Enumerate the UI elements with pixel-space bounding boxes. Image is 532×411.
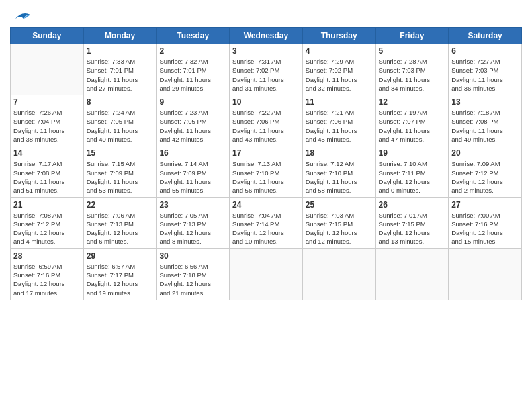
calendar-week-row: 7Sunrise: 7:26 AM Sunset: 7:04 PM Daylig… [11, 95, 522, 146]
day-number: 12 [379, 97, 446, 107]
calendar-empty-cell [302, 248, 375, 300]
day-number: 19 [379, 148, 446, 158]
calendar-empty-cell [375, 248, 449, 300]
calendar-day-21: 21Sunrise: 7:08 AM Sunset: 7:12 PM Dayli… [11, 197, 84, 248]
calendar-day-2: 2Sunrise: 7:32 AM Sunset: 7:01 PM Daylig… [157, 44, 230, 95]
day-number: 22 [87, 200, 154, 210]
day-info: Sunrise: 7:06 AM Sunset: 7:13 PM Dayligh… [87, 211, 154, 246]
calendar-day-30: 30Sunrise: 6:56 AM Sunset: 7:18 PM Dayli… [157, 248, 230, 300]
day-info: Sunrise: 7:29 AM Sunset: 7:02 PM Dayligh… [306, 57, 373, 93]
day-info: Sunrise: 7:19 AM Sunset: 7:07 PM Dayligh… [379, 108, 446, 144]
day-number: 23 [159, 200, 226, 210]
weekday-header-sunday: Sunday [11, 28, 84, 44]
weekday-header-monday: Monday [83, 28, 157, 44]
day-info: Sunrise: 7:10 AM Sunset: 7:11 PM Dayligh… [379, 159, 446, 195]
day-number: 28 [13, 251, 81, 261]
day-number: 5 [379, 46, 446, 56]
calendar-day-23: 23Sunrise: 7:05 AM Sunset: 7:13 PM Dayli… [157, 197, 230, 248]
calendar-day-20: 20Sunrise: 7:09 AM Sunset: 7:12 PM Dayli… [449, 146, 522, 197]
day-number: 10 [232, 97, 300, 107]
day-info: Sunrise: 6:59 AM Sunset: 7:16 PM Dayligh… [13, 262, 81, 298]
page-container: SundayMondayTuesdayWednesdayThursdayFrid… [0, 0, 532, 307]
calendar-empty-cell [230, 248, 303, 300]
calendar-day-4: 4Sunrise: 7:29 AM Sunset: 7:02 PM Daylig… [302, 44, 375, 95]
logo [10, 9, 32, 21]
day-number: 15 [87, 148, 154, 158]
day-number: 17 [232, 148, 300, 158]
calendar-day-19: 19Sunrise: 7:10 AM Sunset: 7:11 PM Dayli… [375, 146, 449, 197]
day-number: 14 [13, 148, 81, 158]
day-number: 24 [232, 200, 300, 210]
day-info: Sunrise: 7:18 AM Sunset: 7:08 PM Dayligh… [451, 108, 519, 144]
day-info: Sunrise: 7:13 AM Sunset: 7:10 PM Dayligh… [232, 159, 300, 195]
calendar-day-14: 14Sunrise: 7:17 AM Sunset: 7:08 PM Dayli… [11, 146, 84, 197]
calendar-day-3: 3Sunrise: 7:31 AM Sunset: 7:02 PM Daylig… [230, 44, 303, 95]
day-info: Sunrise: 6:56 AM Sunset: 7:18 PM Dayligh… [159, 262, 226, 298]
day-info: Sunrise: 7:27 AM Sunset: 7:03 PM Dayligh… [451, 57, 519, 93]
day-number: 11 [306, 97, 373, 107]
calendar-day-15: 15Sunrise: 7:15 AM Sunset: 7:09 PM Dayli… [83, 146, 157, 197]
calendar-day-10: 10Sunrise: 7:22 AM Sunset: 7:06 PM Dayli… [230, 95, 303, 146]
day-info: Sunrise: 7:09 AM Sunset: 7:12 PM Dayligh… [451, 159, 519, 195]
day-number: 13 [451, 97, 519, 107]
calendar-day-22: 22Sunrise: 7:06 AM Sunset: 7:13 PM Dayli… [83, 197, 157, 248]
day-number: 18 [306, 148, 373, 158]
calendar-day-12: 12Sunrise: 7:19 AM Sunset: 7:07 PM Dayli… [375, 95, 449, 146]
calendar-day-1: 1Sunrise: 7:33 AM Sunset: 7:01 PM Daylig… [83, 44, 157, 95]
calendar-day-26: 26Sunrise: 7:01 AM Sunset: 7:15 PM Dayli… [375, 197, 449, 248]
day-number: 1 [87, 46, 154, 56]
weekday-header-tuesday: Tuesday [157, 28, 230, 44]
day-info: Sunrise: 7:28 AM Sunset: 7:03 PM Dayligh… [379, 57, 446, 93]
weekday-header-saturday: Saturday [449, 28, 522, 44]
day-info: Sunrise: 7:26 AM Sunset: 7:04 PM Dayligh… [13, 108, 81, 144]
day-info: Sunrise: 7:22 AM Sunset: 7:06 PM Dayligh… [232, 108, 300, 144]
calendar-empty-cell [11, 44, 84, 95]
day-info: Sunrise: 7:12 AM Sunset: 7:10 PM Dayligh… [306, 159, 373, 195]
day-info: Sunrise: 7:05 AM Sunset: 7:13 PM Dayligh… [159, 211, 226, 246]
day-info: Sunrise: 7:31 AM Sunset: 7:02 PM Dayligh… [232, 57, 300, 93]
calendar-day-16: 16Sunrise: 7:14 AM Sunset: 7:09 PM Dayli… [157, 146, 230, 197]
day-number: 20 [451, 148, 519, 158]
calendar-day-17: 17Sunrise: 7:13 AM Sunset: 7:10 PM Dayli… [230, 146, 303, 197]
day-info: Sunrise: 7:03 AM Sunset: 7:15 PM Dayligh… [306, 211, 373, 246]
header [10, 7, 522, 21]
calendar-day-6: 6Sunrise: 7:27 AM Sunset: 7:03 PM Daylig… [449, 44, 522, 95]
day-number: 25 [306, 200, 373, 210]
day-info: Sunrise: 7:15 AM Sunset: 7:09 PM Dayligh… [87, 159, 154, 195]
day-number: 6 [451, 46, 519, 56]
day-number: 30 [159, 251, 226, 261]
day-number: 9 [159, 97, 226, 107]
day-info: Sunrise: 7:17 AM Sunset: 7:08 PM Dayligh… [13, 159, 81, 195]
day-info: Sunrise: 7:23 AM Sunset: 7:05 PM Dayligh… [159, 108, 226, 144]
calendar-day-29: 29Sunrise: 6:57 AM Sunset: 7:17 PM Dayli… [83, 248, 157, 300]
day-number: 8 [87, 97, 154, 107]
weekday-header-row: SundayMondayTuesdayWednesdayThursdayFrid… [11, 28, 522, 44]
calendar-day-7: 7Sunrise: 7:26 AM Sunset: 7:04 PM Daylig… [11, 95, 84, 146]
calendar-day-9: 9Sunrise: 7:23 AM Sunset: 7:05 PM Daylig… [157, 95, 230, 146]
day-number: 2 [159, 46, 226, 56]
day-number: 16 [159, 148, 226, 158]
day-number: 27 [451, 200, 519, 210]
calendar-empty-cell [449, 248, 522, 300]
day-info: Sunrise: 6:57 AM Sunset: 7:17 PM Dayligh… [87, 262, 154, 298]
day-info: Sunrise: 7:14 AM Sunset: 7:09 PM Dayligh… [159, 159, 226, 195]
day-number: 21 [13, 200, 81, 210]
weekday-header-wednesday: Wednesday [230, 28, 303, 44]
calendar-day-28: 28Sunrise: 6:59 AM Sunset: 7:16 PM Dayli… [11, 248, 84, 300]
day-number: 29 [87, 251, 154, 261]
calendar-day-27: 27Sunrise: 7:00 AM Sunset: 7:16 PM Dayli… [449, 197, 522, 248]
calendar-table: SundayMondayTuesdayWednesdayThursdayFrid… [10, 27, 522, 300]
day-number: 26 [379, 200, 446, 210]
calendar-day-25: 25Sunrise: 7:03 AM Sunset: 7:15 PM Dayli… [302, 197, 375, 248]
day-number: 7 [13, 97, 81, 107]
day-number: 3 [232, 46, 300, 56]
day-number: 4 [306, 46, 373, 56]
calendar-week-row: 21Sunrise: 7:08 AM Sunset: 7:12 PM Dayli… [11, 197, 522, 248]
weekday-header-friday: Friday [375, 28, 449, 44]
day-info: Sunrise: 7:33 AM Sunset: 7:01 PM Dayligh… [87, 57, 154, 93]
day-info: Sunrise: 7:08 AM Sunset: 7:12 PM Dayligh… [13, 211, 81, 246]
day-info: Sunrise: 7:01 AM Sunset: 7:15 PM Dayligh… [379, 211, 446, 246]
day-info: Sunrise: 7:21 AM Sunset: 7:06 PM Dayligh… [306, 108, 373, 144]
calendar-day-13: 13Sunrise: 7:18 AM Sunset: 7:08 PM Dayli… [449, 95, 522, 146]
calendar-day-11: 11Sunrise: 7:21 AM Sunset: 7:06 PM Dayli… [302, 95, 375, 146]
